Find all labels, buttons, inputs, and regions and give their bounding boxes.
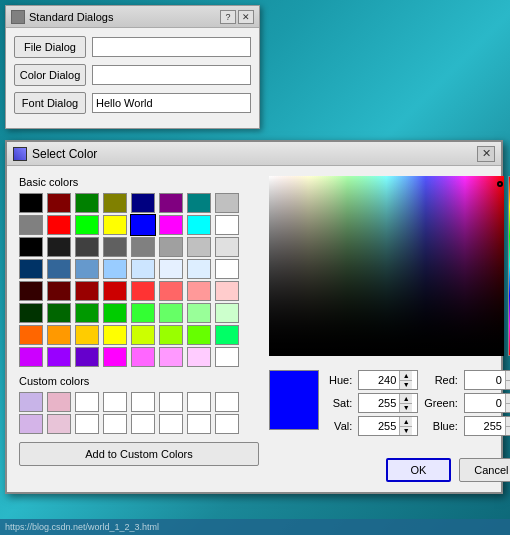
custom-color-swatch[interactable] [159,414,183,434]
basic-color-swatch[interactable] [103,193,127,213]
basic-color-swatch[interactable] [19,347,43,367]
green-down-button[interactable]: ▼ [506,404,510,413]
basic-color-swatch[interactable] [75,237,99,257]
basic-color-swatch[interactable] [19,259,43,279]
basic-color-swatch[interactable] [187,193,211,213]
custom-color-swatch[interactable] [47,414,71,434]
color-gradient-canvas[interactable] [269,176,504,356]
basic-color-swatch[interactable] [131,237,155,257]
basic-color-swatch[interactable] [131,347,155,367]
custom-color-swatch[interactable] [47,392,71,412]
basic-color-swatch[interactable] [187,347,211,367]
basic-color-swatch[interactable] [159,193,183,213]
red-input[interactable] [465,371,505,389]
basic-color-swatch[interactable] [47,281,71,301]
basic-color-swatch[interactable] [103,281,127,301]
blue-up-button[interactable]: ▲ [506,417,510,427]
basic-color-swatch[interactable] [75,193,99,213]
close-button[interactable]: ✕ [238,10,254,24]
basic-color-swatch[interactable] [159,347,183,367]
basic-color-swatch[interactable] [47,215,71,235]
custom-color-swatch[interactable] [19,392,43,412]
basic-color-swatch[interactable] [19,237,43,257]
hue-down-button[interactable]: ▼ [400,381,412,390]
color-dialog-button[interactable]: Color Dialog [14,64,86,86]
hue-up-button[interactable]: ▲ [400,371,412,381]
basic-color-swatch[interactable] [187,325,211,345]
basic-color-swatch[interactable] [103,325,127,345]
custom-color-swatch[interactable] [103,392,127,412]
basic-color-swatch[interactable] [19,303,43,323]
basic-color-swatch[interactable] [47,303,71,323]
basic-color-swatch[interactable] [47,237,71,257]
basic-color-swatch[interactable] [215,303,239,323]
font-dialog-button[interactable]: Font Dialog [14,92,86,114]
custom-color-swatch[interactable] [159,392,183,412]
sat-down-button[interactable]: ▼ [400,404,412,413]
basic-color-swatch[interactable] [75,347,99,367]
cancel-button[interactable]: Cancel [459,458,510,482]
basic-color-swatch[interactable] [47,347,71,367]
basic-color-swatch[interactable] [215,215,239,235]
basic-color-swatch[interactable] [215,347,239,367]
color-dialog-input[interactable] [92,65,251,85]
basic-color-swatch[interactable] [103,237,127,257]
custom-color-swatch[interactable] [187,414,211,434]
red-up-button[interactable]: ▲ [506,371,510,381]
basic-color-swatch[interactable] [187,215,211,235]
basic-color-swatch[interactable] [47,325,71,345]
sat-up-button[interactable]: ▲ [400,394,412,404]
basic-color-swatch[interactable] [159,281,183,301]
custom-color-swatch[interactable] [131,392,155,412]
basic-color-swatch[interactable] [187,259,211,279]
basic-color-swatch[interactable] [159,325,183,345]
file-dialog-button[interactable]: File Dialog [14,36,86,58]
basic-color-swatch[interactable] [215,325,239,345]
custom-color-swatch[interactable] [103,414,127,434]
basic-color-swatch[interactable] [215,281,239,301]
hue-input[interactable] [359,371,399,389]
val-down-button[interactable]: ▼ [400,427,412,436]
basic-color-swatch[interactable] [47,259,71,279]
basic-color-swatch[interactable] [131,193,155,213]
file-dialog-input[interactable] [92,37,251,57]
basic-color-swatch[interactable] [75,281,99,301]
custom-color-swatch[interactable] [187,392,211,412]
basic-color-swatch[interactable] [47,193,71,213]
basic-color-swatch[interactable] [19,281,43,301]
basic-color-swatch[interactable] [75,259,99,279]
green-up-button[interactable]: ▲ [506,394,510,404]
basic-color-swatch[interactable] [131,281,155,301]
basic-color-swatch[interactable] [131,215,155,235]
basic-color-swatch[interactable] [131,259,155,279]
basic-color-swatch[interactable] [75,303,99,323]
basic-color-swatch[interactable] [19,193,43,213]
basic-color-swatch[interactable] [103,347,127,367]
ok-button[interactable]: OK [386,458,451,482]
help-button[interactable]: ? [220,10,236,24]
basic-color-swatch[interactable] [159,237,183,257]
basic-color-swatch[interactable] [215,259,239,279]
custom-color-swatch[interactable] [131,414,155,434]
basic-color-swatch[interactable] [215,237,239,257]
select-color-close-button[interactable]: ✕ [477,146,495,162]
add-to-custom-colors-button[interactable]: Add to Custom Colors [19,442,259,466]
basic-color-swatch[interactable] [75,325,99,345]
basic-color-swatch[interactable] [19,325,43,345]
custom-color-swatch[interactable] [19,414,43,434]
basic-color-swatch[interactable] [215,193,239,213]
basic-color-swatch[interactable] [103,215,127,235]
blue-down-button[interactable]: ▼ [506,427,510,436]
font-dialog-input[interactable] [92,93,251,113]
basic-color-swatch[interactable] [159,215,183,235]
basic-color-swatch[interactable] [187,237,211,257]
custom-color-swatch[interactable] [215,392,239,412]
red-down-button[interactable]: ▼ [506,381,510,390]
custom-color-swatch[interactable] [215,414,239,434]
basic-color-swatch[interactable] [187,281,211,301]
basic-color-swatch[interactable] [19,215,43,235]
basic-color-swatch[interactable] [103,259,127,279]
basic-color-swatch[interactable] [75,215,99,235]
basic-color-swatch[interactable] [103,303,127,323]
basic-color-swatch[interactable] [131,303,155,323]
